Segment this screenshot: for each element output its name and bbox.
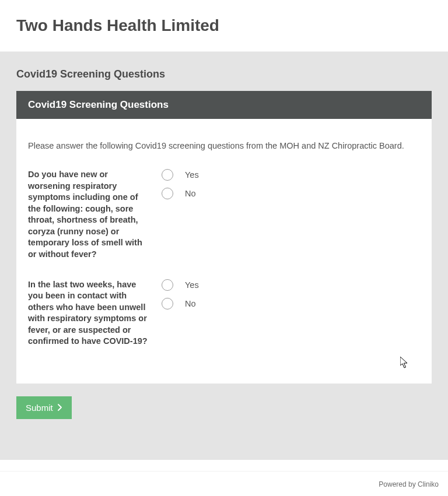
option-label-no: No: [185, 299, 196, 308]
question-2-options: Yes No: [162, 279, 199, 309]
radio-icon[interactable]: [162, 169, 173, 181]
question-2-option-no[interactable]: No: [162, 298, 199, 309]
option-label-no: No: [185, 189, 196, 198]
option-label-yes: Yes: [185, 280, 199, 290]
question-1-options: Yes No: [162, 169, 199, 199]
option-label-yes: Yes: [185, 170, 199, 180]
header-section: Two Hands Health Limited: [0, 0, 448, 52]
main-section: Covid19 Screening Questions Covid19 Scre…: [0, 52, 448, 460]
question-2-option-yes[interactable]: Yes: [162, 279, 199, 291]
submit-label: Submit: [26, 403, 53, 413]
footer-section: Powered by Cliniko: [0, 471, 448, 496]
question-2: In the last two weeks, have you been in …: [28, 279, 420, 347]
question-2-text: In the last two weeks, have you been in …: [28, 279, 148, 347]
section-title: Covid19 Screening Questions: [16, 68, 432, 80]
radio-icon[interactable]: [162, 298, 173, 309]
question-1-option-no[interactable]: No: [162, 188, 199, 199]
question-1-option-yes[interactable]: Yes: [162, 169, 199, 181]
form-intro: Please answer the following Covid19 scre…: [28, 141, 420, 150]
chevron-right-icon: [58, 404, 62, 411]
question-1-text: Do you have new or worsening respiratory…: [28, 169, 148, 261]
powered-by-text: Powered by Cliniko: [379, 480, 439, 488]
company-title: Two Hands Health Limited: [16, 16, 432, 35]
form-header: Covid19 Screening Questions: [16, 91, 432, 119]
radio-icon[interactable]: [162, 188, 173, 199]
submit-button[interactable]: Submit: [16, 396, 72, 419]
form-card: Covid19 Screening Questions Please answe…: [16, 91, 432, 384]
radio-icon[interactable]: [162, 279, 173, 291]
question-1: Do you have new or worsening respiratory…: [28, 169, 420, 261]
form-body: Please answer the following Covid19 scre…: [16, 119, 432, 384]
